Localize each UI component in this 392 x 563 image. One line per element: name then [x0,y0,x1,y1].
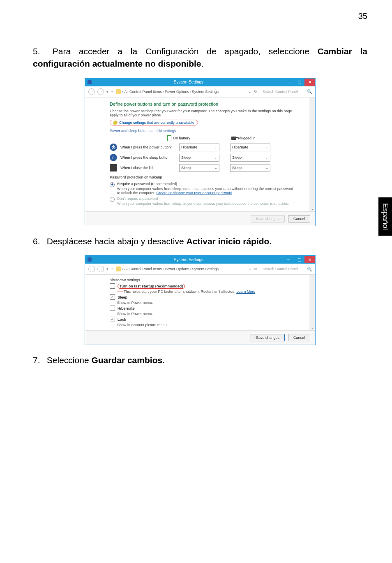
step-5: 5. Para acceder a la Configuración de ap… [33,45,367,70]
crumb-prefix-2: « [122,267,124,271]
recent-dropdown-2[interactable]: ▾ [106,267,108,271]
step-6-text: Desplácese hacia abajo y desactive [44,236,187,246]
dont-require-password-option[interactable]: Don't require a password When your compu… [110,197,296,206]
lock-option[interactable]: Lock [110,317,296,322]
highlight-leader [117,292,123,292]
fast-startup-option[interactable]: Turn on fast startup (recommended) [110,283,296,289]
crumb-1b[interactable]: All Control Panel Items [125,267,162,271]
cancel-button-2[interactable]: Cancel [288,334,310,341]
scrollbar-2[interactable]: ⌃⌄ [309,275,315,330]
step-6: 6. Desplácese hacia abajo y desactive Ac… [33,235,367,248]
search-input[interactable]: Search Control Panel 🔍 [260,89,312,94]
crumb-3b[interactable]: System Settings [192,267,219,271]
close-button[interactable]: ✕ [304,79,315,86]
sleep-checkbox[interactable] [110,294,115,300]
fast-startup-checkbox[interactable] [110,283,115,289]
search-placeholder-2: Search Control Panel [263,267,298,271]
sleep-plugged-select[interactable]: Sleep⌄ [230,154,270,162]
cancel-button[interactable]: Cancel [288,215,310,222]
recent-dropdown[interactable]: ▾ [106,90,108,94]
breadcrumb[interactable]: « All Control Panel Items › Power Option… [116,89,246,94]
power-button-icon: ⏻ [110,144,117,151]
power-sleep-group-title: Power and sleep buttons and lid settings [110,129,296,133]
window-icon-2 [88,257,92,262]
save-changes-button-2[interactable]: Save changes [251,334,285,341]
step-7-number: 7. [33,354,44,366]
hibernate-checkbox[interactable] [110,306,115,311]
address-bar-2: ← → ▾ ↑ « All Control Panel Items › Powe… [85,264,315,275]
refresh-button-2[interactable]: ↻ [254,267,257,271]
shield-icon [113,120,118,125]
step-6-number: 6. [33,235,44,248]
search-input-2[interactable]: Search Control Panel 🔍 [260,267,312,271]
system-settings-window-2: System Settings ─ ▢ ✕ ← → ▾ ↑ « All Cont… [85,255,316,345]
col-battery: On battery [173,136,190,140]
address-dropdown-2[interactable]: ⌄ [248,267,251,271]
plug-icon [231,137,236,140]
page-heading: Define power buttons and turn on passwor… [110,102,296,107]
require-password-option[interactable]: Require a password (recommended) When yo… [110,182,296,195]
step-5-period: . [201,59,204,68]
lock-desc: Show in account picture menu. [117,323,296,327]
require-password-title: Require a password (recommended) [117,182,296,186]
lock-checkbox[interactable] [110,317,115,322]
footer-2: Save changes Cancel [85,330,315,345]
hibernate-desc: Show in Power menu. [117,312,296,316]
close-button-2[interactable]: ✕ [304,256,315,263]
power-button-row: ⏻ When I press the power button: Hiberna… [110,144,296,151]
hibernate-option[interactable]: Hibernate [110,306,296,311]
col-plugged: Plugged in [238,136,256,140]
window-title-2: System Settings [94,257,283,262]
save-changes-button[interactable]: Save changes [251,215,285,222]
window-title: System Settings [94,80,283,84]
back-button-2[interactable]: ← [88,266,95,272]
crumb-2b[interactable]: Power Options [165,267,189,271]
page-number: 35 [358,12,367,21]
folder-icon-2 [116,266,121,271]
maximize-button-2[interactable]: ▢ [294,256,304,263]
forward-button-2[interactable]: → [97,266,104,272]
back-button[interactable]: ← [88,88,95,95]
lid-icon [110,164,117,171]
create-password-link[interactable]: Create or change your user account passw… [157,191,233,195]
minimize-button-2[interactable]: ─ [283,256,294,263]
up-button[interactable]: ↑ [111,89,113,94]
address-dropdown[interactable]: ⌄ [248,90,251,94]
power-battery-select[interactable]: Hibernate⌄ [179,144,219,151]
crumb-2[interactable]: Power Options [165,90,189,94]
crumb-prefix: « [122,90,124,94]
step-7: 7. Seleccione Guardar cambios. [33,354,367,366]
column-headers: On battery Plugged in [167,135,296,141]
sleep-option[interactable]: Sleep [110,294,296,300]
lid-plugged-select[interactable]: Sleep⌄ [230,164,270,172]
learn-more-link[interactable]: Learn More [236,290,255,294]
radio-require-password[interactable] [110,182,115,187]
radio-dont-require-password[interactable] [110,197,115,202]
crumb-1[interactable]: All Control Panel Items [125,90,162,94]
step-7-text: Seleccione [44,355,91,365]
titlebar-2: System Settings ─ ▢ ✕ [85,255,315,264]
refresh-button[interactable]: ↻ [254,90,257,94]
breadcrumb-2[interactable]: « All Control Panel Items › Power Option… [116,266,246,271]
window-icon [88,80,92,84]
up-button-2[interactable]: ↑ [111,266,113,271]
sleep-label: Sleep [118,295,127,299]
lid-battery-select[interactable]: Sleep⌄ [179,164,219,172]
power-plugged-select[interactable]: Hibernate⌄ [230,144,270,151]
minimize-button[interactable]: ─ [283,79,294,86]
step-6-bold: Activar inicio rápido. [187,236,272,246]
step-5-number: 5. [33,45,44,58]
crumb-3[interactable]: System Settings [192,90,219,94]
fast-startup-highlight: Turn on fast startup (recommended) [118,284,185,289]
maximize-button[interactable]: ▢ [294,79,304,86]
change-settings-link[interactable]: Change settings that are currently unava… [110,120,198,125]
titlebar: System Settings ─ ▢ ✕ [85,78,315,86]
dont-require-password-title: Don't require a password [117,197,289,201]
forward-button[interactable]: → [97,88,104,95]
lid-row: When I close the lid: Sleep⌄ Sleep⌄ [110,164,296,172]
scrollbar[interactable]: ⌃⌄ [309,97,315,211]
system-settings-window-1: System Settings ─ ▢ ✕ ← → ▾ ↑ « All Cont… [85,78,316,226]
sleep-battery-select[interactable]: Sleep⌄ [179,154,219,162]
step-5-text: Para acceder a la Configuración de apaga… [44,46,318,56]
footer: Save changes Cancel [85,211,315,226]
